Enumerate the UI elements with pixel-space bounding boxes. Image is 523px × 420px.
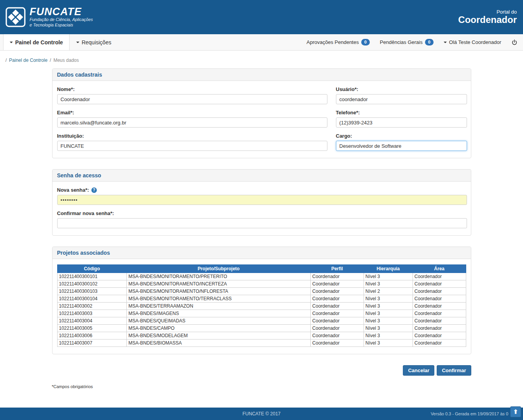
user-menu[interactable]: Olá Teste Coordenador <box>444 39 501 45</box>
table-cell: Coordenador <box>311 303 364 310</box>
main-nav: Painel de Controle Requisições Aprovaçõe… <box>0 34 523 51</box>
table-cell: MSA-BNDES/MONITORAMENTO/TERRACLASS <box>127 295 311 303</box>
column-header-perfil: Perfil <box>311 265 364 273</box>
breadcrumb-item-painel-de-controle[interactable]: Painel de Controle <box>9 58 47 63</box>
column-header-hierarquia: Hierarquia <box>364 265 413 273</box>
table-cell: Coordenador <box>413 273 466 280</box>
table-row: 1022114003003MSA-BNDES/IMAGENSCoordenado… <box>57 310 466 317</box>
breadcrumb-separator: / <box>50 58 51 63</box>
table-cell: MSA-BNDES/QUEIMADAS <box>127 317 311 325</box>
panel-body: Código Projeto/Subprojeto Perfil Hierarq… <box>52 259 471 354</box>
table-cell: MSA-BNDES/BIOMASSA <box>127 340 311 347</box>
projects-table: Código Projeto/Subprojeto Perfil Hierarq… <box>57 264 466 347</box>
table-row: 102211400300102MSA-BNDES/MONITORAMENTO/I… <box>57 280 466 288</box>
confirmar-nova-senha-label: Confirmar nova senha*: <box>57 210 467 216</box>
table-cell: Nível 3 <box>364 295 413 303</box>
pendencias-gerais-link[interactable]: Pendências Gerais 0 <box>380 39 434 45</box>
field-nome: Nome*: <box>57 86 327 104</box>
password-help-icon[interactable]: ? <box>91 187 97 193</box>
table-cell: 1022114003007 <box>57 340 127 347</box>
confirm-button[interactable]: Confirmar <box>437 365 471 376</box>
table-cell: Nível 3 <box>364 310 413 317</box>
table-cell: Nível 3 <box>364 325 413 332</box>
funcate-logo-icon <box>5 7 26 27</box>
table-cell: 1022114003004 <box>57 317 127 325</box>
projects-table-body: 102211400300101MSA-BNDES/MONITORAMENTO/P… <box>57 273 466 347</box>
field-email: Email*: <box>57 110 327 128</box>
chevron-down-icon <box>444 42 447 43</box>
table-cell: Nível 3 <box>364 280 413 288</box>
brand-name: FUNCATE <box>30 6 93 17</box>
chevron-down-icon <box>10 42 13 43</box>
footer-version: Versão 0.3 - Gerada em 19/09/2017 às 0 <box>431 411 508 416</box>
cancel-button[interactable]: Cancelar <box>403 365 434 376</box>
field-nova-senha: Nova senha*: ? <box>57 187 467 205</box>
instituicao-input[interactable] <box>57 141 327 151</box>
tab-label: Requisições <box>82 39 111 46</box>
panel-title: Dados cadastrais <box>52 69 471 81</box>
breadcrumb: / Painel de Controle / Meus dados <box>0 51 523 67</box>
table-cell: Coordenador <box>413 280 466 288</box>
user-menu-label: Olá Teste Coordenador <box>449 39 501 45</box>
table-cell: 102211400300102 <box>57 280 127 288</box>
table-cell: Nível 2 <box>364 288 413 295</box>
breadcrumb-item-meus-dados: Meus dados <box>53 58 79 63</box>
pendencias-gerais-badge: 0 <box>425 39 434 45</box>
table-cell: MSA-BNDES/CAMPO <box>127 325 311 332</box>
table-cell: 102211400300103 <box>57 288 127 295</box>
chevron-down-icon <box>76 42 79 43</box>
table-cell: Nível 3 <box>364 303 413 310</box>
table-cell: Nível 3 <box>364 332 413 340</box>
table-cell: Nível 3 <box>364 273 413 280</box>
confirmar-nova-senha-input[interactable] <box>57 218 467 228</box>
table-cell: 102211400300101 <box>57 273 127 280</box>
panel-senha-de-acesso: Senha de acesso Nova senha*: ? Confirmar… <box>52 169 471 236</box>
brand-subtitle-line2: e Tecnologia Espaciais <box>30 23 93 28</box>
table-row: 1022114003006MSA-BNDES/MODELAGEMCoordena… <box>57 332 466 340</box>
column-header-projeto-subprojeto: Projeto/Subprojeto <box>127 265 311 273</box>
table-cell: Coordenador <box>311 317 364 325</box>
table-row: 102211400300104MSA-BNDES/MONITORAMENTO/T… <box>57 295 466 303</box>
table-cell: Coordenador <box>311 325 364 332</box>
field-telefone: Telefone*: <box>336 110 467 128</box>
nova-senha-input[interactable] <box>57 195 467 205</box>
logout-power-icon[interactable] <box>511 39 518 46</box>
tab-painel-de-controle[interactable]: Painel de Controle <box>3 34 70 50</box>
brand-text: FUNCATE Fundação de Ciência, Aplicações … <box>30 6 93 28</box>
table-row: 1022114003002MSA-BNDES/TERRAAMAZONCoorde… <box>57 303 466 310</box>
table-cell: Coordenador <box>413 303 466 310</box>
table-row: 102211400300101MSA-BNDES/MONITORAMENTO/P… <box>57 273 466 280</box>
table-cell: Coordenador <box>311 295 364 303</box>
email-input[interactable] <box>57 117 327 128</box>
table-header-row: Código Projeto/Subprojeto Perfil Hierarq… <box>57 265 466 273</box>
aprovacoes-pendentes-badge: 0 <box>361 39 370 45</box>
app-header: FUNCATE Fundação de Ciência, Aplicações … <box>0 0 523 34</box>
aprovacoes-pendentes-label: Aprovações Pendentes <box>306 39 359 45</box>
table-cell: Coordenador <box>413 288 466 295</box>
table-cell: Nível 3 <box>364 317 413 325</box>
tab-requisicoes[interactable]: Requisições <box>70 34 118 50</box>
app-footer: FUNCATE © 2017 Versão 0.3 - Gerada em 19… <box>0 408 523 420</box>
pendencias-gerais-label: Pendências Gerais <box>380 39 423 45</box>
form-actions: Cancelar Confirmar <box>52 365 471 376</box>
email-label: Email*: <box>57 110 327 116</box>
table-cell: Coordenador <box>311 288 364 295</box>
table-row: 1022114003007MSA-BNDES/BIOMASSACoordenad… <box>57 340 466 347</box>
scroll-to-top-button[interactable]: ⬆ <box>510 406 521 417</box>
cargo-label: Cargo: <box>336 133 467 139</box>
nova-senha-label: Nova senha*: <box>57 187 89 193</box>
table-cell: Coordenador <box>413 340 466 347</box>
usuario-input[interactable] <box>336 94 467 104</box>
table-cell: Coordenador <box>413 295 466 303</box>
aprovacoes-pendentes-link[interactable]: Aprovações Pendentes 0 <box>306 39 370 45</box>
cargo-input[interactable] <box>336 141 467 151</box>
field-instituicao: Instituição: <box>57 133 327 151</box>
brand: FUNCATE Fundação de Ciência, Aplicações … <box>5 6 93 28</box>
table-cell: MSA-BNDES/MONITORAMENTO/PRETERITO <box>127 273 311 280</box>
tab-label: Painel de Controle <box>15 39 63 46</box>
telefone-input[interactable] <box>336 117 467 128</box>
portal-title: Portal do Coordenador <box>458 9 517 25</box>
table-cell: 1022114003002 <box>57 303 127 310</box>
nome-input[interactable] <box>57 94 327 104</box>
table-cell: MSA-BNDES/MONITORAMENTO/INCERTEZA <box>127 280 311 288</box>
